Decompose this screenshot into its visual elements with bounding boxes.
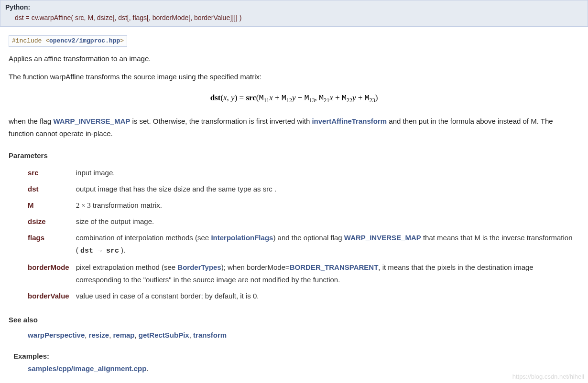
signature-return: dst	[15, 14, 24, 21]
python-title: Python:	[5, 3, 583, 11]
description-para-2: when the flag WARP_INVERSE_MAP is set. O…	[9, 115, 579, 140]
param-desc: size of the output image.	[76, 213, 579, 230]
param-row: dsize size of the output image.	[28, 213, 579, 230]
description-para: The function warpAffine transforms the s…	[9, 71, 579, 83]
link-warp-inverse-map[interactable]: WARP_INVERSE_MAP	[53, 117, 130, 125]
examples-section: Examples: samples/cpp/image_alignment.cp…	[13, 350, 579, 375]
brief-description: Applies an affine transformation to an i…	[9, 53, 579, 65]
param-desc: combination of interpolation methods (se…	[76, 230, 579, 259]
examples-heading: Examples:	[13, 350, 579, 362]
link-transform[interactable]: transform	[193, 331, 227, 339]
example-link[interactable]: samples/cpp/image_alignment.cpp	[28, 364, 146, 372]
link-remap[interactable]: remap	[113, 331, 134, 339]
link-resize[interactable]: resize	[89, 331, 109, 339]
param-desc: output image that has the size dsize and…	[76, 181, 579, 197]
param-name: src	[28, 165, 76, 181]
link-invert-affine-transform[interactable]: invertAffineTransform	[312, 117, 387, 125]
param-row: borderValue value used in case of a cons…	[28, 288, 579, 304]
signature-function: cv.warpAffine(	[32, 14, 73, 21]
param-name: borderValue	[28, 288, 76, 304]
param-name: dst	[28, 181, 76, 197]
examples-list: samples/cpp/image_alignment.cpp.	[28, 362, 579, 375]
link-warp-inverse-map-2[interactable]: WARP_INVERSE_MAP	[344, 234, 421, 242]
python-signature: dst = cv.warpAffine( src, M, dsize[, dst…	[5, 11, 583, 21]
see-also-links: warpPerspective, resize, remap, getRectS…	[28, 329, 579, 341]
parameters-heading: Parameters	[9, 149, 579, 162]
python-signature-header: Python: dst = cv.warpAffine( src, M, dsi…	[0, 0, 588, 27]
param-row: dst output image that has the size dsize…	[28, 181, 579, 197]
param-name: flags	[28, 230, 76, 259]
param-row: flags combination of interpolation metho…	[28, 230, 579, 259]
signature-params: src, M, dsize[, dst[, flags[, borderMode…	[73, 14, 240, 21]
param-row: M 2 × 3 transformation matrix.	[28, 197, 579, 213]
formula: dst(x, y) = src(M11x + M12y + M13, M21x …	[9, 92, 579, 106]
include-directive: #include <opencv2/imgproc.hpp>	[9, 35, 127, 47]
doc-content: #include <opencv2/imgproc.hpp> Applies a…	[0, 34, 588, 383]
param-row: src input image.	[28, 165, 579, 181]
param-name: M	[28, 197, 76, 213]
link-border-types[interactable]: BorderTypes	[177, 263, 221, 271]
link-interpolation-flags[interactable]: InterpolationFlags	[211, 234, 273, 242]
include-path-link[interactable]: opencv2/imgproc.hpp	[49, 37, 120, 44]
param-desc: 2 × 3 transformation matrix.	[76, 197, 579, 213]
param-desc: input image.	[76, 165, 579, 181]
see-also-heading: See also	[9, 314, 579, 326]
link-border-transparent[interactable]: BORDER_TRANSPARENT	[290, 263, 379, 271]
param-row: borderMode pixel extrapolation method (s…	[28, 259, 579, 288]
link-getrectsubpix[interactable]: getRectSubPix	[139, 331, 189, 339]
param-name: borderMode	[28, 259, 76, 288]
param-desc: value used in case of a constant border;…	[76, 288, 579, 304]
param-name: dsize	[28, 213, 76, 230]
parameters-table: src input image. dst output image that h…	[28, 165, 579, 304]
param-desc: pixel extrapolation method (see BorderTy…	[76, 259, 579, 288]
link-warp-perspective[interactable]: warpPerspective	[28, 331, 85, 339]
